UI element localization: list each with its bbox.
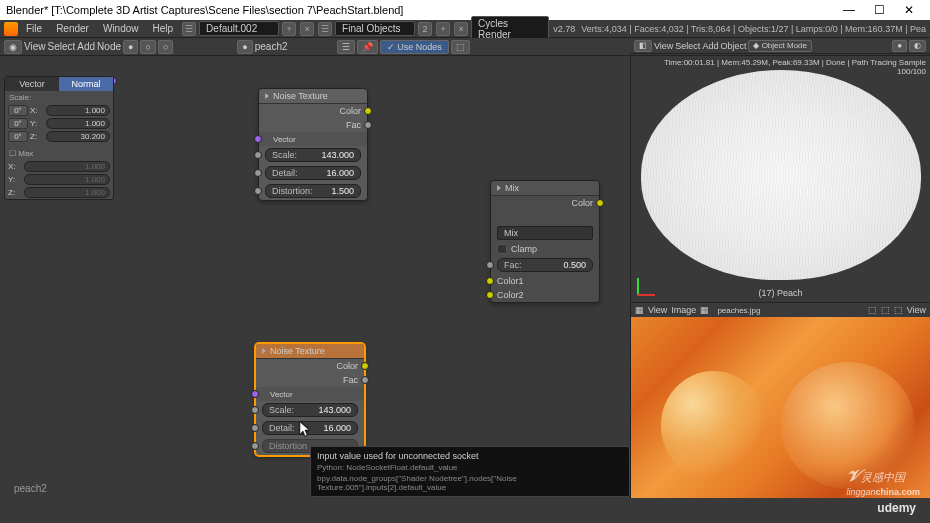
vmenu-add[interactable]: Add xyxy=(702,41,718,51)
img-menu-view[interactable]: View xyxy=(648,305,667,315)
rot-x-btn[interactable]: 0° xyxy=(8,105,28,116)
node-editor-area[interactable]: Vector Vector Normal Scale: 0° X: 1.000 … xyxy=(0,56,630,498)
img-btn3-icon[interactable]: ⬚ xyxy=(894,305,903,315)
scale-input-socket[interactable] xyxy=(251,406,259,414)
collapse-icon[interactable] xyxy=(497,185,501,191)
rot-z-btn[interactable]: 0° xyxy=(8,131,28,142)
fac-output-socket[interactable] xyxy=(364,121,372,129)
scale-field[interactable]: Scale:143.000 xyxy=(262,403,358,417)
color-output-socket[interactable] xyxy=(596,199,604,207)
menu-file[interactable]: File xyxy=(20,23,48,34)
rot-y-btn[interactable]: 0° xyxy=(8,118,28,129)
editor-type-icon[interactable]: ◉ xyxy=(4,40,22,54)
scale-x-value[interactable]: 1.000 xyxy=(46,105,110,116)
fac-input-socket[interactable] xyxy=(486,261,494,269)
rendered-peach-object[interactable] xyxy=(641,70,921,280)
fac-output-label: Fac xyxy=(346,120,361,130)
img-btn2-icon[interactable]: ⬚ xyxy=(881,305,890,315)
scale-z-value[interactable]: 30.200 xyxy=(46,131,110,142)
scene-del-icon[interactable]: × xyxy=(454,22,468,36)
material-pin-icon[interactable]: 📌 xyxy=(357,40,378,54)
layout-del-icon[interactable]: × xyxy=(300,22,314,36)
color-output-socket[interactable] xyxy=(364,107,372,115)
tab-normal[interactable]: Normal xyxy=(59,77,113,91)
layout-add-icon[interactable]: + xyxy=(282,22,296,36)
vmenu-object[interactable]: Object xyxy=(720,41,746,51)
noise-texture-node-2[interactable]: Noise Texture Color Fac Vector Scale:143… xyxy=(255,343,365,456)
shader-type-icon[interactable]: ● xyxy=(123,40,138,54)
vmenu-view[interactable]: View xyxy=(654,41,673,51)
viewport-type-icon[interactable]: ◧ xyxy=(634,40,652,52)
layout-field[interactable]: Default.002 xyxy=(199,21,279,36)
img-menu-image[interactable]: Image xyxy=(671,305,696,315)
distortion-input-socket[interactable] xyxy=(251,442,259,450)
max-z-row[interactable]: Z:1.000 xyxy=(5,186,113,199)
node-menu-add[interactable]: Add xyxy=(77,41,95,52)
max-section-label[interactable]: ☐ Max xyxy=(5,147,113,160)
vector-input-socket[interactable] xyxy=(251,390,259,398)
fac-field[interactable]: Fac:0.500 xyxy=(497,258,593,272)
vector-input-socket[interactable] xyxy=(254,135,262,143)
scale-field[interactable]: Scale:143.000 xyxy=(265,148,361,162)
use-nodes-toggle[interactable]: ✓ Use Nodes xyxy=(380,40,449,54)
img-btn1-icon[interactable]: ⬚ xyxy=(868,305,877,315)
collapse-icon[interactable] xyxy=(262,348,266,354)
scale-x-row[interactable]: 0° X: 1.000 xyxy=(5,104,113,117)
shader-type3-icon[interactable]: ○ xyxy=(158,40,173,54)
detail-input-socket[interactable] xyxy=(254,169,262,177)
max-x-row[interactable]: X:1.000 xyxy=(5,160,113,173)
editor-type-icon[interactable]: ▦ xyxy=(635,305,644,315)
menu-render[interactable]: Render xyxy=(50,23,95,34)
maximize-button[interactable]: ☐ xyxy=(864,3,894,17)
shading-icon[interactable]: ● xyxy=(892,40,907,52)
detail-input-socket[interactable] xyxy=(251,424,259,432)
blend-mode-select[interactable]: Mix xyxy=(497,226,593,240)
svg-marker-0 xyxy=(300,422,309,436)
shading2-icon[interactable]: ◐ xyxy=(909,40,926,52)
img-view-btn[interactable]: View xyxy=(907,305,926,315)
color-output-socket[interactable] xyxy=(361,362,369,370)
node-menu-select[interactable]: Select xyxy=(48,41,76,52)
material-count-icon[interactable]: ☰ xyxy=(337,40,355,54)
material-browse-icon[interactable]: ● xyxy=(237,40,252,54)
close-button[interactable]: ✕ xyxy=(894,3,924,17)
scene-add-icon[interactable]: + xyxy=(436,22,450,36)
mapping-panel[interactable]: Vector Normal Scale: 0° X: 1.000 0° Y: 1… xyxy=(4,76,114,200)
distortion-input-socket[interactable] xyxy=(254,187,262,195)
blender-logo-icon xyxy=(4,22,18,36)
menu-window[interactable]: Window xyxy=(97,23,145,34)
tab-vector[interactable]: Vector xyxy=(5,77,59,91)
node-menu-view[interactable]: View xyxy=(24,41,46,52)
minimize-button[interactable]: — xyxy=(834,3,864,17)
material-field[interactable]: peach2 xyxy=(255,41,335,52)
color-output-label: Color xyxy=(336,361,358,371)
image-file-field[interactable]: peaches.jpg xyxy=(713,306,773,315)
mix-node[interactable]: Mix Color Mix Clamp Fac:0.500 Color1 Col… xyxy=(490,180,600,303)
color1-input-socket[interactable] xyxy=(486,277,494,285)
scene-browse-icon[interactable]: ☰ xyxy=(318,22,332,36)
scale-z-row[interactable]: 0° Z: 30.200 xyxy=(5,130,113,143)
menu-help[interactable]: Help xyxy=(147,23,180,34)
vmenu-select[interactable]: Select xyxy=(675,41,700,51)
layout-browse-icon[interactable]: ☰ xyxy=(182,22,196,36)
scale-y-row[interactable]: 0° Y: 1.000 xyxy=(5,117,113,130)
scale-input-socket[interactable] xyxy=(254,151,262,159)
noise-texture-node-1[interactable]: Noise Texture Color Fac Vector Scale:143… xyxy=(258,88,368,201)
detail-field[interactable]: Detail:16.000 xyxy=(265,166,361,180)
color2-input-socket[interactable] xyxy=(486,291,494,299)
viewport-3d[interactable]: Time:00:01.81 | Mem:45.29M, Peak:69.33M … xyxy=(630,56,930,302)
distortion-field[interactable]: Distortion:1.500 xyxy=(265,184,361,198)
mode-select[interactable]: ◆ Object Mode xyxy=(748,40,812,52)
scene-field[interactable]: Final Objects xyxy=(335,21,415,36)
color-output-label: Color xyxy=(339,106,361,116)
img-browse-icon[interactable]: ▦ xyxy=(700,305,709,315)
backdrop-icon[interactable]: ⬚ xyxy=(451,40,470,54)
max-y-row[interactable]: Y:1.000 xyxy=(5,173,113,186)
fac-output-socket[interactable] xyxy=(361,376,369,384)
node-menu-node[interactable]: Node xyxy=(97,41,121,52)
clamp-checkbox[interactable]: Clamp xyxy=(497,244,593,254)
scale-y-value[interactable]: 1.000 xyxy=(46,118,110,129)
shader-type2-icon[interactable]: ○ xyxy=(140,40,155,54)
scene-count-icon[interactable]: 2 xyxy=(418,22,432,36)
collapse-icon[interactable] xyxy=(265,93,269,99)
